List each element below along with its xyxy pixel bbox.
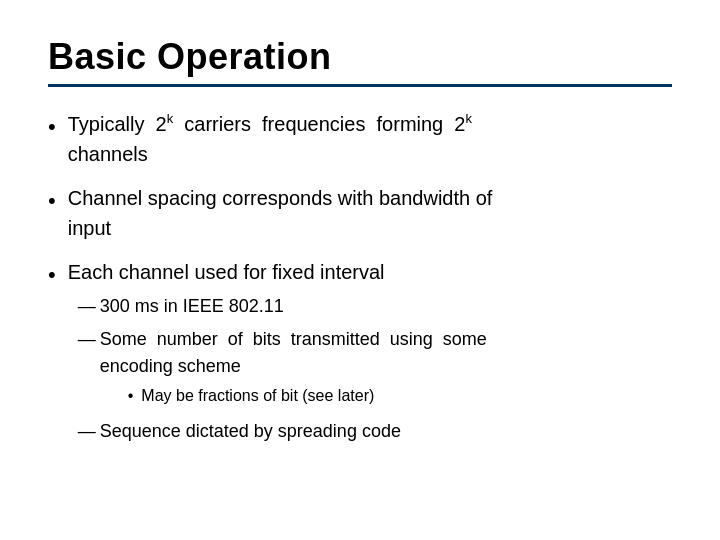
slide: Basic Operation • Typically 2k carriers … xyxy=(0,0,720,540)
bullet-dot-3: • xyxy=(48,258,56,291)
title-underline xyxy=(48,84,672,87)
sub-text-2: Some number of bits transmitted using so… xyxy=(100,326,487,412)
bullet-text-3: Each channel used for fixed interval — 3… xyxy=(68,257,672,451)
small-bullet-icon: • xyxy=(128,384,134,408)
sub-sub-item-1: • May be fractions of bit (see later) xyxy=(128,384,487,408)
slide-title: Basic Operation xyxy=(48,36,672,78)
bullet-dot-2: • xyxy=(48,184,56,217)
sub-item-2: — Some number of bits transmitted using … xyxy=(78,326,672,412)
em-dash-3: — xyxy=(78,418,96,445)
sub-bullet-list: — 300 ms in IEEE 802.11 — Some number of… xyxy=(68,293,672,445)
sub-item-1: — 300 ms in IEEE 802.11 xyxy=(78,293,672,320)
sub-item-3: — Sequence dictated by spreading code xyxy=(78,418,672,445)
em-dash-1: — xyxy=(78,293,96,320)
bullet-text-2: Channel spacing corresponds with bandwid… xyxy=(68,183,672,243)
bullet-item-1: • Typically 2k carriers frequencies form… xyxy=(48,109,672,169)
sub-sub-list: • May be fractions of bit (see later) xyxy=(100,384,487,408)
slide-content: • Typically 2k carriers frequencies form… xyxy=(48,109,672,451)
sub-text-3: Sequence dictated by spreading code xyxy=(100,418,401,445)
bullet-dot-1: • xyxy=(48,110,56,143)
em-dash-2: — xyxy=(78,326,96,353)
sub-sub-text-1: May be fractions of bit (see later) xyxy=(141,384,374,408)
sub-text-1: 300 ms in IEEE 802.11 xyxy=(100,293,284,320)
bullet-item-2: • Channel spacing corresponds with bandw… xyxy=(48,183,672,243)
bullet-text-1: Typically 2k carriers frequencies formin… xyxy=(68,109,672,169)
bullet-item-3: • Each channel used for fixed interval —… xyxy=(48,257,672,451)
main-bullet-list: • Typically 2k carriers frequencies form… xyxy=(48,109,672,451)
